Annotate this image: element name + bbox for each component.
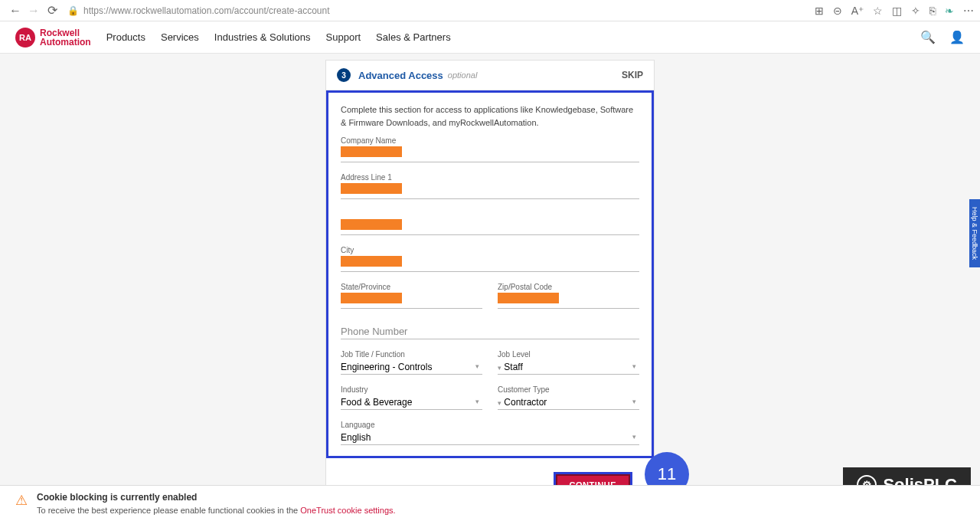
nav-products[interactable]: Products — [106, 31, 145, 43]
cookie-settings-link[interactable]: OneTrust cookie settings. — [300, 506, 395, 515]
logo-badge: RA — [15, 28, 35, 48]
step3-card: 3 Advanced Access optional SKIP Complete… — [325, 60, 655, 519]
lock-icon: 🔒 — [67, 5, 79, 16]
favorite-icon[interactable]: ☆ — [873, 5, 883, 17]
ext-icon[interactable]: ⊞ — [815, 5, 824, 17]
leaf-icon[interactable]: ❧ — [945, 5, 954, 17]
step3-header: 3 Advanced Access optional SKIP — [326, 61, 654, 90]
state-value[interactable] — [341, 293, 402, 303]
browser-actions: ⊞ ⊝ A⁺ ☆ ◫ ✧ ⎘ ❧ ⋯ — [815, 5, 974, 17]
forward-button[interactable]: → — [24, 2, 43, 20]
city-value[interactable] — [341, 256, 402, 267]
custtype-select[interactable]: ▾ Contractor — [498, 395, 639, 410]
phone-input[interactable] — [341, 324, 639, 339]
more-icon[interactable]: ⋯ — [963, 5, 974, 17]
cookie-title: Cookie blocking is currently enabled — [37, 492, 396, 503]
warning-icon: ⚠ — [15, 492, 28, 509]
addr1-label: Address Line 1 — [341, 173, 639, 182]
addr1-value[interactable] — [341, 183, 402, 194]
logo[interactable]: RA Rockwell Automation — [15, 28, 91, 48]
account-icon[interactable]: 👤 — [949, 30, 965, 44]
joblevel-label: Job Level — [498, 350, 639, 359]
step3-description: Complete this section for access to appl… — [341, 103, 639, 129]
nav-support[interactable]: Support — [326, 31, 361, 43]
company-value[interactable] — [341, 146, 402, 157]
city-label: City — [341, 246, 639, 254]
industry-label: Industry — [341, 385, 482, 394]
split-icon[interactable]: ◫ — [892, 5, 902, 17]
addr2-value[interactable] — [341, 219, 402, 230]
feedback-tab[interactable]: Help & Feedback — [969, 199, 980, 267]
refresh-button[interactable]: ⟳ — [43, 2, 61, 20]
nav-industries[interactable]: Industries & Solutions — [214, 31, 311, 43]
read-icon[interactable]: A⁺ — [851, 5, 864, 17]
industry-select[interactable]: Food & Beverage — [341, 395, 482, 410]
step3-title: Advanced Access — [358, 70, 443, 81]
optional-label: optional — [448, 70, 478, 80]
language-label: Language — [341, 421, 639, 429]
zoom-icon[interactable]: ⊝ — [833, 5, 842, 17]
browser-toolbar: ← → ⟳ 🔒 https://www.rockwellautomation.c… — [0, 0, 980, 21]
nav-services[interactable]: Services — [161, 31, 199, 43]
joblevel-select[interactable]: ▾ Staff — [498, 360, 639, 375]
zip-label: Zip/Postal Code — [498, 283, 639, 291]
site-header: RA Rockwell Automation Products Services… — [0, 21, 980, 54]
custtype-label: Customer Type — [498, 385, 639, 394]
favbar-icon[interactable]: ✧ — [911, 5, 920, 17]
language-select[interactable]: English — [341, 431, 639, 445]
cookie-banner: ⚠ Cookie blocking is currently enabled T… — [0, 485, 980, 521]
step3-form: Complete this section for access to appl… — [326, 90, 654, 458]
logo-text-1: Rockwell — [40, 28, 91, 38]
jobtitle-select[interactable]: Engineering - Controls — [341, 360, 482, 375]
company-label: Company Name — [341, 136, 639, 145]
main-nav: Products Services Industries & Solutions… — [106, 31, 451, 43]
collections-icon[interactable]: ⎘ — [929, 5, 936, 17]
step3-number: 3 — [337, 68, 351, 82]
skip-button[interactable]: SKIP — [622, 70, 643, 80]
logo-text-2: Automation — [40, 38, 91, 47]
nav-sales[interactable]: Sales & Partners — [376, 31, 451, 43]
state-label: State/Province — [341, 283, 482, 291]
url-bar[interactable]: https://www.rockwellautomation.com/accou… — [83, 5, 815, 16]
jobtitle-label: Job Title / Function — [341, 350, 482, 359]
search-icon[interactable]: 🔍 — [920, 30, 936, 44]
cookie-body: To receive the best experience please en… — [37, 506, 396, 515]
zip-value[interactable] — [498, 293, 559, 303]
back-button[interactable]: ← — [6, 2, 24, 20]
